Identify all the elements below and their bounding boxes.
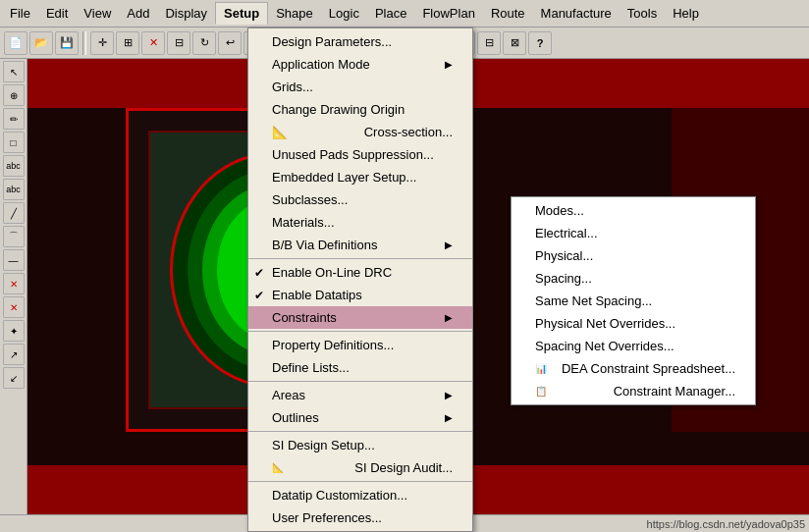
redo-button[interactable]: ↪ [243,31,267,55]
via-tool[interactable]: ✦ [3,320,25,342]
new-button[interactable]: 📄 [4,31,27,55]
separator-1 [82,31,86,55]
pcb-inner-block [148,131,398,409]
menu-shape[interactable]: Shape [268,3,321,24]
menu-edit[interactable]: Edit [38,3,76,24]
3d-button[interactable]: 3D [391,31,414,55]
cross-tool-1[interactable]: ✕ [3,273,25,294]
menu-help[interactable]: Help [665,3,707,24]
menu-setup[interactable]: Setup [215,2,268,25]
menu-display[interactable]: Display [157,3,215,24]
separator-4 [444,31,448,55]
menu-flowplan[interactable]: FlowPlan [414,3,482,24]
separator-2 [271,31,275,55]
menu-manufacture[interactable]: Manufacture [533,3,620,24]
menu-view[interactable]: View [76,3,119,24]
separator-3 [383,31,387,55]
zoom-fit-button[interactable]: ⊡ [330,31,353,55]
save-button[interactable]: 💾 [55,31,79,55]
arrow-down-tool[interactable]: ↙ [3,367,25,389]
open-button[interactable]: 📂 [29,31,53,55]
url-display: https://blog.csdn.net/yadova0p35 [647,518,805,530]
add-pin-tool[interactable]: ⊕ [3,84,25,106]
pcb-circle-1 [170,152,376,388]
toolbar-row-1: 📄 📂 💾 ✛ ⊞ ✕ ⊟ ↻ ↩ ↪ ⊕ ⊖ ⊡ ⊞ 3D ↔ ⊞ ⊟ ⊠ ? [0,27,809,59]
route-tool[interactable]: — [3,249,25,271]
menu-route[interactable]: Route [483,3,533,24]
text-tool-1[interactable]: abc [3,155,25,177]
arc-tool[interactable]: ⌒ [3,226,25,247]
flip-button[interactable]: ↔ [416,31,440,55]
menu-file[interactable]: File [2,3,38,24]
left-toolbar: ↖ ⊕ ✏ □ abc abc ╱ ⌒ — ✕ ✕ ✦ ↗ ↙ [0,59,27,532]
zoom-box-button[interactable]: ⊞ [355,31,379,55]
delete-button[interactable]: ✕ [141,31,165,55]
pcb-right-block [672,108,809,432]
help-icon-button[interactable]: ? [528,31,552,55]
pcb-top-band [27,59,809,108]
pcb-circle-3 [202,185,344,355]
pcb-circle-center [217,199,329,341]
cross-tool-2[interactable]: ✕ [3,296,25,318]
select-tool[interactable]: ↖ [3,61,25,82]
menubar: File Edit View Add Display Setup Shape L… [0,0,809,27]
line-tool[interactable]: ╱ [3,202,25,224]
pcb-canvas [27,59,809,514]
grid2-button[interactable]: ⊟ [477,31,501,55]
rect-tool[interactable]: □ [3,132,25,153]
draw-tool[interactable]: ✏ [3,108,25,130]
rotate-button[interactable]: ↻ [192,31,216,55]
undo-button[interactable]: ↩ [218,31,242,55]
menu-tools[interactable]: Tools [620,3,665,24]
zoom-out-button[interactable]: ⊖ [304,31,328,55]
zoom-in-button[interactable]: ⊕ [279,31,302,55]
grid-button[interactable]: ⊞ [452,31,475,55]
menu-logic[interactable]: Logic [321,3,367,24]
text-tool-2[interactable]: abc [3,179,25,200]
pcb-main-block [126,108,420,432]
pcb-bottom-band [27,465,809,514]
status-bar: https://blog.csdn.net/yadova0p35 [0,514,809,532]
grid3-button[interactable]: ⊠ [503,31,526,55]
copy-button[interactable]: ⊞ [116,31,139,55]
move-button[interactable]: ✛ [90,31,114,55]
menu-add[interactable]: Add [119,3,157,24]
menu-place[interactable]: Place [367,3,415,24]
arrow-up-tool[interactable]: ↗ [3,344,25,365]
mirror-button[interactable]: ⊟ [167,31,190,55]
pcb-circle-2 [188,170,358,370]
